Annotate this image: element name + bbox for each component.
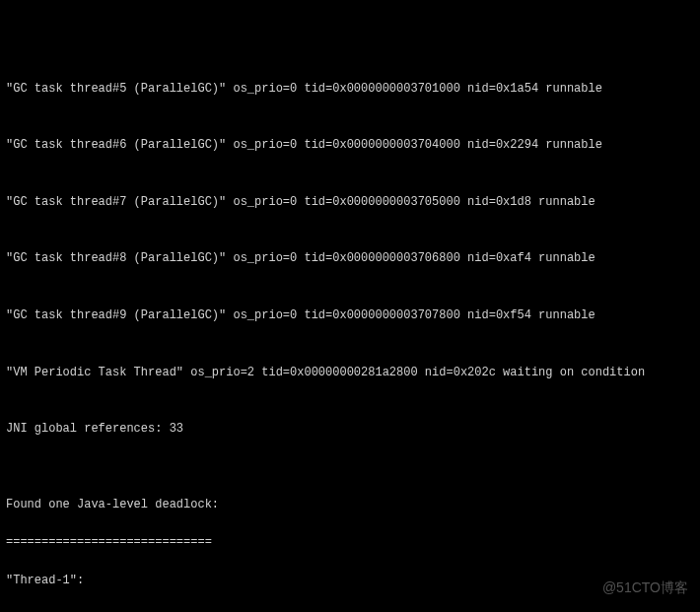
terminal-line: JNI global references: 33 — [6, 420, 694, 439]
terminal-line: "GC task thread#5 (ParallelGC)" os_prio=… — [6, 80, 694, 99]
terminal-line: "GC task thread#8 (ParallelGC)" os_prio=… — [6, 249, 694, 268]
deadlock-header: Found one Java-level deadlock: — [6, 496, 694, 514]
separator: ============================= — [6, 533, 694, 552]
thread-label: "Thread-1": — [6, 572, 694, 590]
terminal-line: "GC task thread#7 (ParallelGC)" os_prio=… — [6, 193, 694, 212]
terminal-line: "GC task thread#6 (ParallelGC)" os_prio=… — [6, 136, 694, 155]
terminal-line: "GC task thread#9 (ParallelGC)" os_prio=… — [6, 306, 694, 325]
terminal-line: "VM Periodic Task Thread" os_prio=2 tid=… — [6, 364, 694, 382]
